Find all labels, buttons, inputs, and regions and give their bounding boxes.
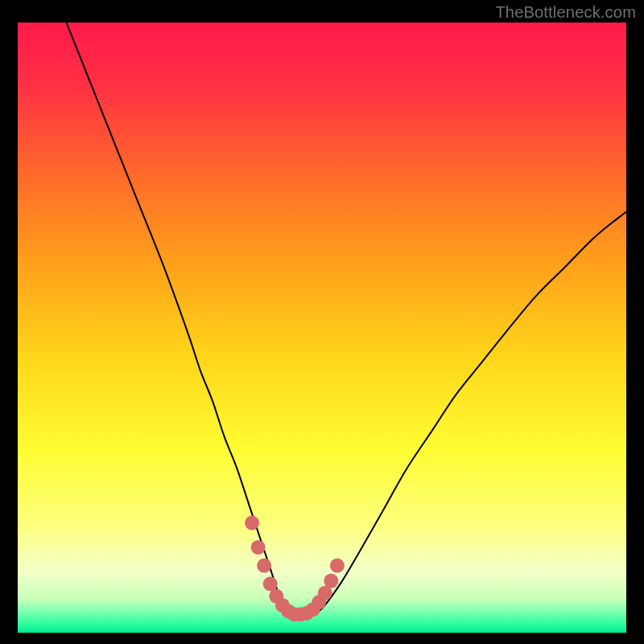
valley-marker <box>324 574 338 588</box>
valley-marker <box>245 516 259 530</box>
gradient-background <box>18 23 626 633</box>
watermark-text: TheBottleneck.com <box>495 3 636 22</box>
outer-frame: TheBottleneck.com <box>0 0 644 644</box>
valley-marker <box>251 540 266 555</box>
chart-svg <box>18 23 626 633</box>
plot-area <box>18 23 626 633</box>
valley-marker <box>330 559 345 573</box>
valley-marker <box>257 559 271 573</box>
